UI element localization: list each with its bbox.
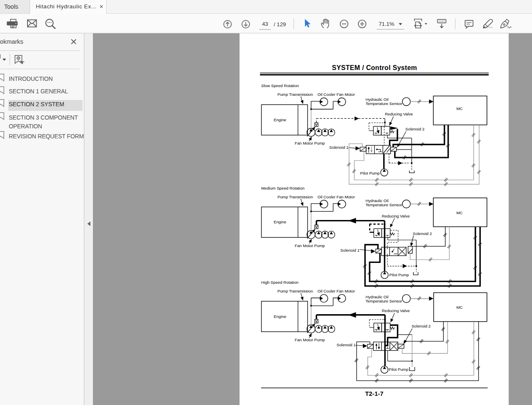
svg-text:MC: MC (456, 305, 462, 310)
svg-text:MC: MC (456, 106, 462, 111)
svg-text:Pilot Pump: Pilot Pump (360, 171, 380, 175)
svg-text:/ 129: / 129 (274, 21, 286, 28)
svg-text:Temperature Sensor: Temperature Sensor (366, 202, 403, 207)
svg-text:Temperature Sensor: Temperature Sensor (366, 101, 403, 106)
svg-text:43: 43 (262, 21, 268, 27)
svg-text:Reducing Valve: Reducing Valve (385, 112, 413, 116)
svg-text:Slow Speed Rotation: Slow Speed Rotation (261, 83, 299, 88)
svg-text:Solenoid 1: Solenoid 1 (340, 248, 360, 252)
svg-text:71.1%: 71.1% (379, 21, 395, 27)
svg-text:Pilot Pump: Pilot Pump (389, 367, 408, 372)
svg-text:Medium Speed Rotation: Medium Speed Rotation (261, 186, 305, 190)
svg-text:Reducing Valve: Reducing Valve (382, 308, 410, 313)
svg-text:Temperature Sensor: Temperature Sensor (366, 299, 403, 303)
svg-text:SYSTEM / Control System: SYSTEM / Control System (332, 64, 417, 71)
svg-text:High Speed Rotation: High Speed Rotation (261, 280, 298, 285)
svg-text:Solenoid 2: Solenoid 2 (413, 231, 432, 236)
svg-text:Solenoid 2: Solenoid 2 (412, 324, 431, 328)
svg-text:T2-1-7: T2-1-7 (365, 390, 384, 397)
svg-text:Solenoid 1: Solenoid 1 (337, 342, 356, 347)
svg-text:Solenoid 2: Solenoid 2 (405, 127, 425, 131)
svg-text:MC: MC (456, 210, 462, 215)
svg-text:Solenoid 1: Solenoid 1 (330, 145, 349, 150)
svg-text:Pilot Pump: Pilot Pump (390, 272, 409, 277)
svg-text:Reducing Valve: Reducing Valve (382, 214, 410, 218)
